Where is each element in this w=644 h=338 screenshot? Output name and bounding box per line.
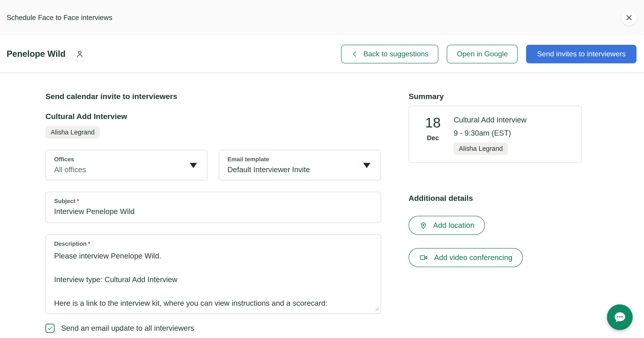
interview-title: Cultural Add Interview bbox=[46, 112, 381, 121]
description-textarea[interactable]: Please interview Penelope Wild. Intervie… bbox=[54, 250, 372, 309]
chat-widget-button[interactable] bbox=[607, 304, 633, 330]
summary-panel: Summary 18 Dec Cultural Add Interview 9 … bbox=[408, 73, 583, 267]
add-location-label: Add location bbox=[433, 221, 474, 230]
invite-form: Send calendar invite to interviewers Cul… bbox=[46, 73, 381, 333]
email-template-label: Email template bbox=[228, 156, 372, 163]
summary-event-card: 18 Dec Cultural Add Interview 9 - 9:30am… bbox=[408, 106, 582, 163]
send-invites-label: Send invites to interviewers bbox=[537, 50, 626, 58]
description-required-marker: * bbox=[88, 240, 90, 247]
candidate-header: Penelope Wild Back to suggestions Open i… bbox=[0, 35, 644, 73]
email-update-label: Send an email update to all interviewers bbox=[61, 324, 194, 333]
offices-value: All offices bbox=[54, 165, 199, 174]
additional-details-title: Additional details bbox=[408, 194, 583, 203]
form-section-title: Send calendar invite to interviewers bbox=[46, 92, 381, 101]
subject-field[interactable]: Subject* Interview Penelope Wild bbox=[46, 192, 381, 223]
description-label: Description bbox=[54, 240, 86, 247]
event-month: Dec bbox=[420, 134, 446, 142]
open-in-google-label: Open in Google bbox=[457, 50, 508, 58]
event-time: 9 - 9:30am (EST) bbox=[454, 129, 526, 137]
interviewer-chip: Alisha Legrand bbox=[46, 126, 100, 139]
back-to-suggestions-label: Back to suggestions bbox=[363, 50, 428, 58]
event-name: Cultural Add Interview bbox=[454, 116, 526, 124]
person-icon bbox=[75, 49, 84, 59]
back-to-suggestions-button[interactable]: Back to suggestions bbox=[341, 45, 438, 63]
video-camera-icon bbox=[419, 253, 428, 262]
offices-select[interactable]: Offices All offices bbox=[46, 150, 208, 180]
email-template-select[interactable]: Email template Default Interviewer Invit… bbox=[219, 150, 381, 180]
resize-grip-icon[interactable] bbox=[373, 305, 379, 312]
modal-title: Schedule Face to Face interviews bbox=[6, 14, 112, 22]
caret-down-icon bbox=[190, 163, 197, 168]
description-field[interactable]: Description* Please interview Penelope W… bbox=[46, 234, 381, 314]
email-update-row: Send an email update to all interviewers bbox=[46, 324, 381, 333]
add-location-button[interactable]: Add location bbox=[408, 216, 485, 235]
add-video-conferencing-button[interactable]: Add video conferencing bbox=[408, 248, 523, 267]
chevron-left-icon bbox=[351, 50, 358, 58]
offices-label: Offices bbox=[54, 156, 199, 163]
checkmark-icon bbox=[47, 325, 53, 332]
location-pin-icon bbox=[419, 221, 428, 230]
candidate-name: Penelope Wild bbox=[6, 49, 66, 59]
close-icon bbox=[625, 14, 633, 22]
send-invites-button[interactable]: Send invites to interviewers bbox=[526, 45, 636, 63]
summary-title: Summary bbox=[408, 92, 583, 101]
subject-required-marker: * bbox=[77, 198, 79, 204]
close-button[interactable] bbox=[622, 10, 636, 25]
open-in-google-button[interactable]: Open in Google bbox=[447, 45, 518, 63]
caret-down-icon bbox=[363, 163, 370, 168]
subject-input[interactable]: Interview Penelope Wild bbox=[54, 207, 372, 216]
event-day: 18 bbox=[420, 116, 446, 130]
add-video-conferencing-label: Add video conferencing bbox=[434, 253, 512, 262]
event-attendee-chip: Alisha Legrand bbox=[454, 142, 508, 155]
email-update-checkbox[interactable] bbox=[46, 324, 54, 333]
chat-bubble-icon bbox=[613, 311, 627, 324]
subject-label: Subject bbox=[54, 198, 76, 204]
email-template-value: Default Interviewer Invite bbox=[228, 165, 372, 174]
modal-topbar: Schedule Face to Face interviews bbox=[0, 0, 644, 35]
candidate-profile-button[interactable] bbox=[73, 47, 87, 61]
